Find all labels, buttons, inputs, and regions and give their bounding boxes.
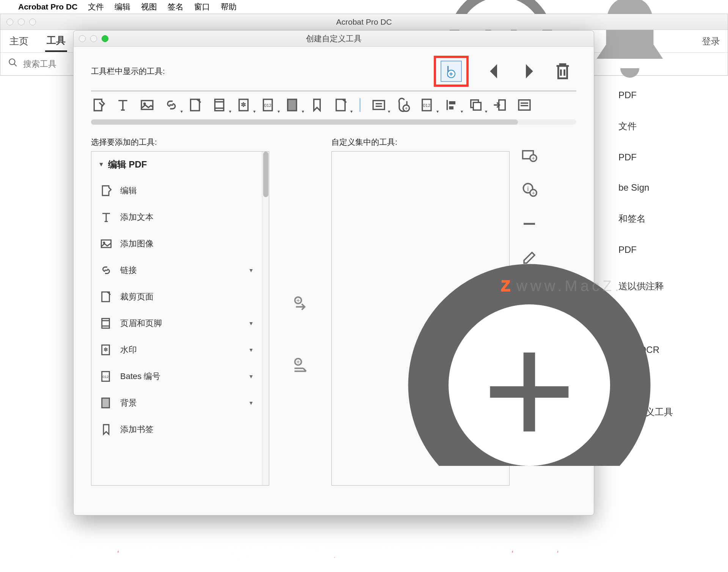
- menu-file[interactable]: 文件: [88, 2, 104, 12]
- chevron-down-icon: ▼: [98, 161, 104, 168]
- tool-edit-icon[interactable]: [91, 97, 106, 113]
- app-name[interactable]: Acrobat Pro DC: [18, 2, 77, 11]
- tool-item[interactable]: 012 Bates 编号 ▼: [91, 363, 262, 390]
- tool-item[interactable]: 添加书签: [91, 416, 262, 443]
- available-tools-list: ▼ 编辑 PDF 编辑 添加文本 添加图像: [91, 152, 262, 485]
- tool-item[interactable]: 链接 ▼: [91, 257, 262, 284]
- menu-sign[interactable]: 签名: [168, 2, 184, 12]
- chevron-down-icon: ▼: [248, 373, 254, 379]
- tool-item[interactable]: 添加文本: [91, 204, 262, 230]
- traffic-lights: [0, 19, 36, 25]
- tool-crop-icon[interactable]: [188, 97, 203, 113]
- tab-home[interactable]: 主页: [8, 31, 30, 51]
- dialog-close-icon[interactable]: [79, 35, 86, 42]
- tool-watermark-icon[interactable]: ✽▾: [237, 97, 252, 113]
- create-custom-tool-dialog: 创建自定义工具 工具栏中显示的工具: +: [73, 30, 594, 516]
- svg-rect-42: [102, 398, 110, 408]
- headerfooter-icon: [100, 317, 113, 330]
- section-icon-column: + i+ +: [514, 137, 544, 486]
- tool-item[interactable]: 背景 ▼: [91, 390, 262, 416]
- close-window-icon[interactable]: [6, 19, 13, 25]
- edit-icon: [100, 184, 113, 197]
- link-icon: [100, 264, 113, 277]
- svg-point-2: [9, 59, 15, 64]
- svg-text:+: +: [482, 299, 577, 466]
- svg-rect-35: [102, 318, 110, 328]
- chevron-down-icon: ▼: [248, 267, 254, 273]
- svg-rect-7: [215, 99, 224, 111]
- image-icon: [100, 237, 113, 250]
- watermark-icon: ✽: [100, 343, 113, 356]
- toolbar-label: 工具栏中显示的工具:: [91, 66, 165, 77]
- instruction-caption: 要在工具栏中添加分隔符线以隔开工具组，单击「添加分隔符至工具栏」图标: [54, 543, 570, 564]
- tool-headerfooter-icon[interactable]: ▾: [212, 97, 228, 113]
- bookmark-icon: [100, 423, 113, 436]
- category-header[interactable]: ▼ 编辑 PDF: [91, 152, 262, 177]
- search-icon: [8, 58, 18, 70]
- dialog-minimize-icon[interactable]: [90, 35, 97, 42]
- svg-text:✽: ✽: [241, 101, 246, 108]
- svg-line-3: [14, 64, 17, 66]
- menu-window[interactable]: 窗口: [194, 2, 210, 12]
- maximize-window-icon[interactable]: [29, 19, 36, 25]
- tab-tools[interactable]: 工具: [45, 30, 67, 52]
- watermark: Zwww.MacZ.com: [501, 277, 660, 295]
- left-column-label: 选择要添加的工具:: [91, 137, 269, 147]
- svg-text:012: 012: [102, 375, 109, 379]
- chevron-down-icon: ▼: [248, 347, 254, 353]
- minimize-window-icon[interactable]: [18, 19, 25, 25]
- tool-item[interactable]: 添加图像: [91, 230, 262, 257]
- menu-help[interactable]: 帮助: [221, 2, 237, 12]
- tool-image-icon[interactable]: [140, 97, 155, 113]
- svg-text:✽: ✽: [104, 346, 108, 353]
- dialog-traffic-lights: [74, 35, 108, 42]
- tool-item[interactable]: 裁剪页面: [91, 284, 262, 310]
- add-divider-line-button[interactable]: +: [521, 216, 537, 232]
- tool-link-icon[interactable]: ▾: [164, 97, 179, 113]
- tool-item[interactable]: 编辑: [91, 177, 262, 204]
- bates-icon: 012: [100, 370, 113, 383]
- tool-text-icon[interactable]: [115, 97, 130, 113]
- tool-item[interactable]: 页眉和页脚 ▼: [91, 310, 262, 337]
- tool-item[interactable]: ✽ 水印 ▼: [91, 337, 262, 363]
- left-scrollbar[interactable]: [262, 152, 269, 485]
- dialog-maximize-icon[interactable]: [102, 35, 108, 42]
- chevron-down-icon: ▼: [248, 400, 254, 406]
- chevron-down-icon: ▼: [248, 320, 254, 326]
- menu-view[interactable]: 视图: [141, 2, 157, 12]
- category-label: 编辑 PDF: [108, 158, 147, 171]
- menu-edit[interactable]: 编辑: [115, 2, 130, 12]
- text-icon: [100, 211, 113, 224]
- crop-icon: [100, 290, 113, 303]
- background-icon: [100, 396, 113, 409]
